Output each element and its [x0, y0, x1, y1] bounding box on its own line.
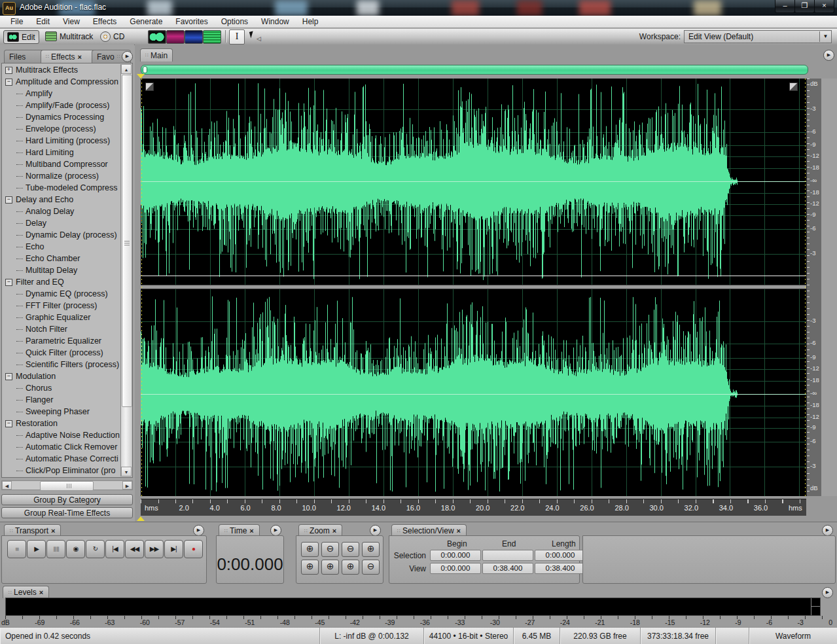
scrub-tool-button[interactable]: ◁	[247, 29, 262, 43]
tree-item-dynamic-delay-process[interactable]: Dynamic Delay (process)	[2, 229, 121, 241]
scrollbar-thumb[interactable]	[40, 481, 94, 491]
go-to-end-button[interactable]: ▶|	[164, 540, 183, 558]
tree-item-modulation[interactable]: −Modulation	[2, 370, 121, 382]
menu-item-7[interactable]: Window	[255, 17, 296, 26]
tree-item-echo-chamber[interactable]: Echo Chamber	[2, 253, 121, 264]
overview-handle[interactable]	[143, 66, 147, 73]
panel-menu-button[interactable]: ▶	[122, 51, 133, 62]
tree-item-hard-limiting[interactable]: Hard Limiting	[2, 147, 121, 158]
menu-item-4[interactable]: Generate	[123, 17, 169, 26]
record-button[interactable]: ●	[184, 540, 203, 558]
tree-vertical-scrollbar[interactable]: ▲ ▼	[120, 64, 132, 476]
tree-item-dynamics-processing[interactable]: Dynamics Processing	[2, 111, 121, 123]
tree-item-click-pop-eliminator-pro[interactable]: Click/Pop Eliminator (pro	[2, 465, 121, 476]
panel-menu-button[interactable]: ▶	[822, 587, 833, 598]
tree-item-sweeping-phaser[interactable]: Sweeping Phaser	[2, 406, 121, 418]
rewind-button[interactable]: ◀◀	[125, 540, 144, 558]
panel-menu-button[interactable]: ▶	[193, 525, 204, 536]
tab-effects[interactable]: ∷ Effects ×	[41, 50, 99, 63]
close-icon[interactable]: ×	[39, 588, 43, 596]
tree-item-delay[interactable]: Delay	[2, 217, 121, 229]
stop-button[interactable]: ■	[7, 540, 26, 558]
tree-item-multitap-delay[interactable]: Multitap Delay	[2, 264, 121, 276]
view-begin-field[interactable]: 0:00.000	[430, 563, 481, 574]
close-icon[interactable]: ×	[249, 527, 253, 535]
menu-item-1[interactable]: Edit	[29, 17, 56, 26]
tree-item-dynamic-eq-process[interactable]: Dynamic EQ (process)	[2, 288, 121, 300]
collapse-icon[interactable]: −	[5, 196, 12, 204]
tree-item-analog-delay[interactable]: Analog Delay	[2, 206, 121, 217]
workspace-dropdown[interactable]: Edit View (Default) ▼	[684, 30, 832, 43]
tree-item-hard-limiting-process[interactable]: Hard Limiting (process)	[2, 135, 121, 147]
go-to-beginning-button[interactable]: |◀	[105, 540, 124, 558]
tree-item-adaptive-noise-reduction[interactable]: Adaptive Noise Reduction	[2, 429, 121, 441]
zoom-in-vertical-button[interactable]: ⊕	[342, 560, 359, 575]
zoom-out-horizontal-button[interactable]: ⊖	[321, 542, 339, 557]
selection-length-field[interactable]: 0:00.000	[535, 550, 586, 561]
view-end-field[interactable]: 0:38.400	[482, 563, 533, 574]
play-looped-button[interactable]: ↻	[86, 540, 105, 558]
view-length-field[interactable]: 0:38.400	[535, 563, 586, 574]
waveform-display[interactable]	[141, 79, 806, 496]
menu-item-0[interactable]: File	[4, 17, 29, 26]
multitrack-view-button[interactable]: Multitrack	[42, 30, 96, 43]
clip-indicator[interactable]	[811, 598, 820, 615]
play-from-cursor-button[interactable]: ◉	[66, 540, 85, 558]
expand-icon[interactable]: +	[5, 67, 12, 74]
right-edge-handle[interactable]	[789, 82, 798, 91]
menu-item-2[interactable]: View	[56, 17, 86, 26]
spectral-frequency-display-button[interactable]	[166, 30, 185, 44]
tree-item-flanger[interactable]: Flanger	[2, 394, 121, 406]
tree-item-fft-filter-process[interactable]: FFT Filter (process)	[2, 300, 121, 312]
tree-item-filter-and-eq[interactable]: −Filter and EQ	[2, 276, 121, 288]
scroll-right-icon[interactable]: ▶	[122, 481, 132, 490]
tree-item-parametric-equalizer[interactable]: Parametric Equalizer	[2, 335, 121, 347]
time-selection-tool-button[interactable]: I	[229, 29, 245, 45]
tree-item-graphic-equalizer[interactable]: Graphic Equalizer	[2, 312, 121, 323]
zoom-out-vertical-button[interactable]: ⊖	[362, 560, 380, 575]
close-icon[interactable]: ×	[78, 53, 82, 61]
spectral-phase-display-button[interactable]	[203, 30, 221, 44]
close-button[interactable]: ×	[814, 0, 834, 13]
zoom-in-horizontal-button[interactable]: ⊕	[301, 542, 319, 557]
tree-item-automatic-click-remover[interactable]: Automatic Click Remover	[2, 441, 121, 453]
tree-item-tube-modeled-compress[interactable]: Tube-modeled Compress	[2, 182, 121, 194]
close-icon[interactable]: ×	[51, 527, 55, 535]
group-by-category-button[interactable]: Group By Category	[1, 494, 133, 505]
zoom-to-selection-button[interactable]: ⊕	[362, 542, 380, 557]
zoom-in-right-edge-button[interactable]: ⊕	[321, 560, 339, 575]
tree-item-delay-and-echo[interactable]: −Delay and Echo	[2, 194, 121, 206]
playhead-marker-top[interactable]	[137, 74, 145, 79]
tab-levels[interactable]: ∷ Levels ×	[3, 586, 49, 598]
spectral-pan-display-button[interactable]	[185, 30, 203, 44]
tree-item-amplitude-and-compression[interactable]: −Amplitude and Compression	[2, 76, 121, 88]
panel-menu-button[interactable]: ▶	[270, 525, 281, 536]
menu-item-8[interactable]: Help	[296, 17, 325, 26]
overview-scroll-bar[interactable]	[141, 65, 808, 75]
menu-item-3[interactable]: Effects	[86, 17, 123, 26]
scroll-up-icon[interactable]: ▲	[121, 64, 132, 74]
play-button[interactable]: ▶	[27, 540, 46, 558]
scrollbar-thumb[interactable]	[122, 75, 132, 407]
pause-button[interactable]: ▮▮	[46, 540, 65, 558]
tree-item-normalize-process[interactable]: Normalize (process)	[2, 170, 121, 182]
edit-view-button[interactable]: Edit	[3, 30, 39, 44]
scroll-left-icon[interactable]: ◀	[2, 481, 12, 490]
collapse-icon[interactable]: −	[5, 373, 12, 380]
tree-item-chorus[interactable]: Chorus	[2, 382, 121, 394]
collapse-icon[interactable]: −	[5, 420, 12, 427]
timeline-ruler[interactable]: hms2.04.06.08.010.012.014.016.018.020.02…	[141, 499, 806, 516]
tree-item-multiband-compressor[interactable]: Multiband Compressor	[2, 158, 121, 170]
collapse-icon[interactable]: −	[5, 79, 12, 86]
minimize-button[interactable]: –	[775, 0, 795, 13]
tree-item-scientific-filters-process[interactable]: Scientific Filters (process)	[2, 359, 121, 370]
panel-menu-button[interactable]: ▶	[823, 50, 834, 61]
selection-end-field[interactable]	[482, 550, 533, 561]
waveform-display-button[interactable]	[148, 30, 166, 44]
panel-menu-button[interactable]: ▶	[822, 525, 833, 536]
tree-item-amplify-fade-process[interactable]: Amplify/Fade (process)	[2, 99, 121, 111]
fast-forward-button[interactable]: ▶▶	[145, 540, 164, 558]
cd-view-button[interactable]: CD	[97, 30, 128, 43]
selection-begin-field[interactable]: 0:00.000	[430, 550, 481, 561]
group-real-time-effects-button[interactable]: Group Real-Time Effects	[1, 507, 133, 518]
